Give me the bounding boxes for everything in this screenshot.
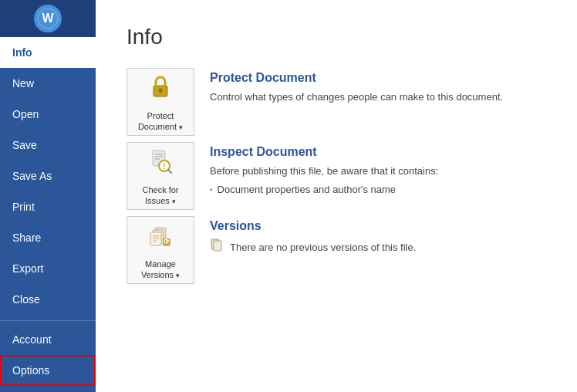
- svg-rect-4: [160, 90, 161, 93]
- inspect-icon: !: [146, 146, 175, 181]
- protect-document-button[interactable]: ProtectDocument ▾: [127, 68, 194, 136]
- sidebar-item-export[interactable]: Export: [0, 253, 96, 284]
- sidebar-item-new[interactable]: New: [0, 68, 96, 99]
- sidebar-item-account[interactable]: Account: [0, 324, 96, 355]
- versions-icon-small: [210, 238, 224, 257]
- page-title: Info: [127, 25, 546, 49]
- check-for-issues-button[interactable]: ! Check forIssues ▾: [127, 142, 194, 210]
- sidebar-item-save-as[interactable]: Save As: [0, 161, 96, 191]
- inspect-document-card: ! Check forIssues ▾ Inspect Document Bef…: [127, 142, 546, 210]
- sidebar-bottom: Account Options: [0, 317, 96, 392]
- versions-card: ⟳ ManageVersions ▾ Versions There are no…: [127, 216, 546, 284]
- sidebar-item-print[interactable]: Print: [0, 191, 96, 222]
- svg-text:!: !: [163, 162, 165, 171]
- sidebar-item-save[interactable]: Save: [0, 130, 96, 161]
- versions-title: Versions: [210, 219, 416, 233]
- inspect-document-list: Document properties and author's name: [210, 184, 438, 195]
- protect-document-label: ProtectDocument ▾: [138, 110, 183, 133]
- versions-description: There are no previous versions of this f…: [230, 240, 416, 255]
- protect-document-card: ProtectDocument ▾ Protect Document Contr…: [127, 68, 546, 136]
- svg-text:W: W: [42, 12, 54, 25]
- inspect-document-content: Inspect Document Before publishing this …: [210, 142, 438, 195]
- manage-versions-label: ManageVersions ▾: [141, 259, 180, 281]
- protect-document-title: Protect Document: [210, 71, 503, 85]
- inspect-document-title: Inspect Document: [210, 145, 438, 159]
- sidebar-item-options[interactable]: Options: [0, 355, 96, 386]
- sidebar-item-close[interactable]: Close: [0, 284, 96, 315]
- versions-icon: ⟳: [146, 220, 175, 255]
- protect-document-content: Protect Document Control what types of c…: [210, 68, 503, 105]
- sidebar-item-share[interactable]: Share: [0, 222, 96, 253]
- manage-versions-button[interactable]: ⟳ ManageVersions ▾: [127, 216, 194, 284]
- lock-icon: [146, 72, 175, 107]
- sidebar-nav: Info New Open Save Save As Print Share E…: [0, 37, 96, 317]
- main-content: Info ProtectDocument ▾ Protect Document …: [96, 0, 577, 392]
- list-item: Document properties and author's name: [210, 184, 438, 195]
- protect-document-desc: Control what types of changes people can…: [210, 90, 503, 105]
- inspect-document-desc: Before publishing this file, be aware th…: [210, 164, 438, 179]
- check-for-issues-label: Check forIssues ▾: [142, 184, 178, 207]
- versions-desc-wrapper: There are no previous versions of this f…: [210, 238, 416, 257]
- svg-line-11: [168, 170, 171, 173]
- app-logo: W: [0, 0, 96, 37]
- versions-content: Versions There are no previous versions …: [210, 216, 416, 257]
- sidebar-item-open[interactable]: Open: [0, 99, 96, 130]
- sidebar-item-info[interactable]: Info: [0, 37, 96, 68]
- svg-text:⟳: ⟳: [164, 238, 170, 245]
- logo-circle: W: [34, 5, 62, 32]
- sidebar-divider: [0, 320, 96, 321]
- sidebar: W Info New Open Save Save As Print Share…: [0, 0, 96, 392]
- svg-rect-21: [214, 241, 221, 251]
